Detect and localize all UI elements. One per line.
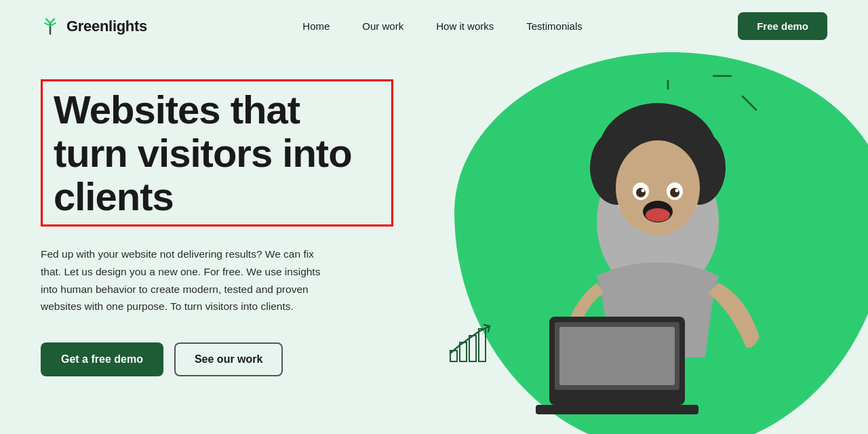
sparkle-icon-1	[658, 79, 678, 100]
navbar: Greenlights Home Our work How it works T…	[0, 0, 868, 52]
hero-buttons: Get a free demo See our work	[41, 342, 393, 376]
brand-name: Greenlights	[66, 18, 147, 35]
nav-testimonials[interactable]: Testimonials	[526, 20, 583, 32]
logo[interactable]: Greenlights	[41, 16, 147, 37]
chart-icon	[448, 323, 495, 364]
hero-subtext: Fed up with your website not delivering …	[41, 245, 332, 315]
svg-rect-11	[479, 329, 486, 361]
svg-line-7	[743, 96, 756, 110]
sparkle-icon-2	[712, 66, 732, 86]
person-figure	[461, 86, 854, 434]
svg-rect-30	[536, 405, 698, 414]
svg-point-22	[642, 189, 645, 193]
sparkle-icon-3	[739, 93, 760, 113]
svg-rect-29	[559, 327, 675, 385]
hero-left: Websites that turn visitors into clients…	[41, 66, 393, 376]
nav-our-work[interactable]: Our work	[362, 20, 403, 32]
svg-point-25	[675, 189, 679, 193]
svg-rect-10	[469, 336, 476, 361]
svg-point-19	[646, 208, 670, 222]
hero-headline: Websites that turn visitors into clients	[41, 79, 393, 226]
nav-links: Home Our work How it works Testimonials	[302, 20, 582, 33]
see-our-work-button[interactable]: See our work	[174, 342, 283, 376]
hero-section: Websites that turn visitors into clients…	[0, 52, 868, 432]
hero-image-area	[393, 39, 868, 434]
svg-line-1	[46, 19, 50, 23]
get-free-demo-button[interactable]: Get a free demo	[41, 342, 163, 376]
nav-home[interactable]: Home	[302, 20, 330, 32]
svg-point-24	[670, 188, 679, 197]
svg-point-21	[636, 188, 646, 197]
nav-free-demo-button[interactable]: Free demo	[738, 12, 827, 40]
svg-line-2	[50, 19, 54, 23]
logo-icon	[41, 16, 60, 37]
nav-how-it-works[interactable]: How it works	[436, 20, 494, 32]
